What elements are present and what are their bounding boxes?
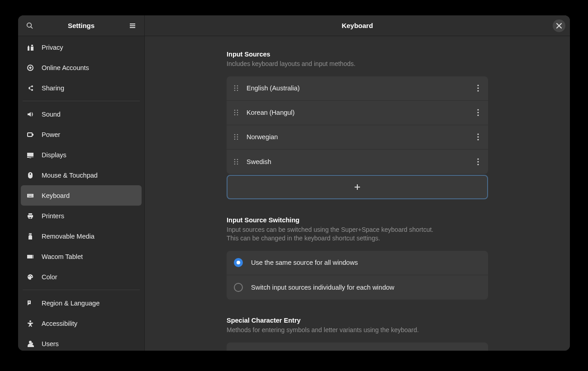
svg-point-27 bbox=[234, 159, 236, 160]
svg-point-2 bbox=[234, 88, 236, 89]
drag-handle-icon[interactable] bbox=[234, 109, 238, 116]
mouse-touchpad-icon bbox=[26, 171, 34, 179]
input-source-options-button[interactable] bbox=[475, 83, 481, 94]
svg-point-29 bbox=[234, 161, 236, 163]
sidebar-item-power[interactable]: Power bbox=[21, 124, 142, 145]
kebab-icon bbox=[477, 109, 479, 116]
accessibility-icon bbox=[26, 319, 34, 328]
menu-button[interactable] bbox=[126, 19, 139, 32]
sidebar-item-label: Displays bbox=[42, 151, 66, 159]
sidebar-title: Settings bbox=[36, 22, 126, 29]
sidebar-item-sound[interactable]: Sound bbox=[21, 104, 142, 124]
alternate-characters-row[interactable]: Alternate Characters Key Right Alt bbox=[227, 343, 488, 351]
sidebar-item-color[interactable]: Color bbox=[21, 267, 142, 287]
input-source-label: English (Australia) bbox=[247, 85, 467, 92]
svg-point-3 bbox=[237, 88, 238, 89]
switching-options-list: Use the same source for all windowsSwitc… bbox=[227, 251, 488, 300]
drag-handle-icon[interactable] bbox=[234, 158, 238, 165]
sidebar-item-displays[interactable]: Displays bbox=[21, 145, 142, 165]
kebab-icon bbox=[477, 158, 479, 165]
kebab-icon bbox=[477, 133, 479, 141]
displays-icon bbox=[26, 151, 34, 159]
svg-point-17 bbox=[477, 115, 479, 116]
section-title-input-sources: Input Sources bbox=[227, 51, 488, 58]
special-entry-list: Alternate Characters Key Right Alt bbox=[227, 343, 488, 351]
svg-point-22 bbox=[234, 139, 236, 140]
sidebar-item-mouse-touchpad[interactable]: Mouse & Touchpad bbox=[21, 165, 142, 185]
sound-icon bbox=[26, 110, 34, 118]
content-header: Keyboard bbox=[145, 15, 570, 36]
sidebar-item-privacy[interactable]: Privacy bbox=[21, 37, 142, 57]
section-sub-input-sources: Includes keyboard layouts and input meth… bbox=[227, 60, 488, 68]
close-icon bbox=[556, 23, 562, 28]
sidebar-item-wacom-tablet[interactable]: Wacom Tablet bbox=[21, 246, 142, 267]
content-body: Input Sources Includes keyboard layouts … bbox=[145, 36, 570, 351]
svg-point-5 bbox=[237, 90, 238, 91]
sidebar: Settings PrivacyOnline AccountsSharingSo… bbox=[18, 15, 145, 351]
switching-option-row[interactable]: Use the same source for all windows bbox=[227, 251, 488, 275]
add-input-source-button[interactable] bbox=[227, 175, 488, 199]
sidebar-item-users[interactable]: Users bbox=[21, 333, 142, 351]
svg-point-7 bbox=[477, 88, 479, 89]
svg-point-11 bbox=[234, 112, 236, 113]
sidebar-item-keyboard[interactable]: Keyboard bbox=[21, 185, 142, 206]
svg-point-28 bbox=[237, 159, 238, 160]
sidebar-item-label: Accessibility bbox=[42, 320, 77, 327]
kebab-icon bbox=[477, 85, 479, 92]
sidebar-item-region-language[interactable]: Region & Language bbox=[21, 293, 142, 313]
sidebar-item-label: Region & Language bbox=[42, 300, 100, 307]
svg-point-19 bbox=[237, 134, 238, 136]
input-source-row[interactable]: Korean (Hangul) bbox=[227, 101, 488, 125]
radio-button[interactable] bbox=[234, 283, 243, 292]
sidebar-item-label: Sound bbox=[42, 111, 61, 118]
svg-point-1 bbox=[237, 85, 238, 87]
svg-point-15 bbox=[477, 109, 479, 111]
sidebar-item-printers[interactable]: Printers bbox=[21, 206, 142, 226]
sidebar-item-online-accounts[interactable]: Online Accounts bbox=[21, 57, 142, 78]
sidebar-item-label: Power bbox=[42, 131, 60, 138]
power-icon bbox=[26, 131, 34, 139]
sidebar-item-accessibility[interactable]: Accessibility bbox=[21, 313, 142, 333]
wacom-tablet-icon bbox=[26, 253, 34, 261]
input-source-row[interactable]: English (Australia) bbox=[227, 76, 488, 101]
section-title-special: Special Character Entry bbox=[227, 317, 488, 324]
drag-handle-icon[interactable] bbox=[234, 133, 238, 141]
sidebar-item-removable-media[interactable]: Removable Media bbox=[21, 226, 142, 246]
privacy-icon bbox=[26, 43, 34, 52]
sidebar-item-label: Keyboard bbox=[42, 192, 70, 199]
users-icon bbox=[26, 340, 34, 348]
svg-point-9 bbox=[234, 110, 236, 111]
svg-point-26 bbox=[477, 139, 479, 141]
svg-point-35 bbox=[477, 164, 479, 165]
drag-handle-icon[interactable] bbox=[234, 85, 238, 92]
input-source-options-button[interactable] bbox=[475, 156, 481, 167]
close-button[interactable] bbox=[553, 19, 565, 32]
svg-point-30 bbox=[237, 161, 238, 163]
sidebar-item-label: Wacom Tablet bbox=[42, 253, 83, 260]
section-sub-switching: Input sources can be switched using the … bbox=[227, 225, 488, 243]
color-icon bbox=[26, 273, 34, 281]
sidebar-item-label: Privacy bbox=[42, 44, 63, 51]
input-source-options-button[interactable] bbox=[475, 131, 481, 142]
input-source-row[interactable]: Swedish bbox=[227, 150, 488, 174]
section-sub-special: Methods for entering symbols and letter … bbox=[227, 326, 488, 334]
svg-point-12 bbox=[237, 112, 238, 113]
svg-point-8 bbox=[477, 90, 479, 92]
settings-window: Settings PrivacyOnline AccountsSharingSo… bbox=[18, 15, 570, 351]
input-sources-list: English (Australia)Korean (Hangul)Norweg… bbox=[227, 76, 488, 174]
sidebar-item-label: Printers bbox=[42, 212, 64, 220]
online-accounts-icon bbox=[26, 64, 34, 72]
switching-option-row[interactable]: Switch input sources individually for ea… bbox=[227, 275, 488, 300]
sidebar-item-label: Users bbox=[42, 340, 59, 348]
switching-option-label: Switch input sources individually for ea… bbox=[251, 284, 481, 291]
hamburger-icon bbox=[129, 22, 136, 29]
search-button[interactable] bbox=[24, 19, 36, 32]
keyboard-icon bbox=[26, 192, 34, 200]
sidebar-item-label: Sharing bbox=[42, 85, 64, 92]
sidebar-item-sharing[interactable]: Sharing bbox=[21, 78, 142, 98]
input-source-row[interactable]: Norwegian bbox=[227, 125, 488, 150]
radio-button[interactable] bbox=[234, 258, 243, 267]
svg-point-6 bbox=[477, 85, 479, 86]
input-source-options-button[interactable] bbox=[475, 107, 481, 118]
svg-point-16 bbox=[477, 112, 479, 113]
